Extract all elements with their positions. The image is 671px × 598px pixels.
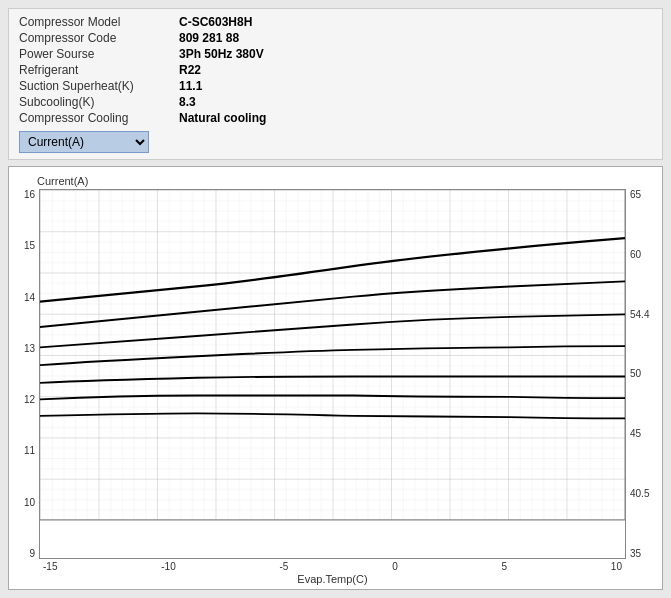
compressor-code-value: 809 281 88: [179, 31, 652, 45]
right-tick: 54.4: [630, 309, 649, 320]
x-tick: 0: [392, 561, 398, 572]
compressor-model-value: C-SC603H8H: [179, 15, 652, 29]
chart-y-label: Current(A): [37, 175, 654, 187]
compressor-cooling-label: Compressor Cooling: [19, 111, 179, 125]
y-tick: 9: [29, 548, 35, 559]
y-tick: 13: [24, 343, 35, 354]
y-tick: 11: [24, 445, 35, 456]
suction-superheat-label: Suction Superheat(K): [19, 79, 179, 93]
svg-rect-1: [40, 190, 625, 520]
right-tick: 50: [630, 368, 641, 379]
x-axis-row: -15-10-50510: [43, 559, 622, 572]
right-tick: 65: [630, 189, 641, 200]
chart-area: 161514131211109: [17, 189, 654, 559]
right-tick: 45: [630, 428, 641, 439]
y-tick: 12: [24, 394, 35, 405]
info-table: Compressor Model C-SC603H8H Compressor C…: [8, 8, 663, 160]
power-source-label: Power Sourse: [19, 47, 179, 61]
suction-superheat-value: 11.1: [179, 79, 652, 93]
compressor-cooling-value: Natural cooling: [179, 111, 652, 125]
x-tick: -5: [279, 561, 288, 572]
compressor-model-label: Compressor Model: [19, 15, 179, 29]
refrigerant-label: Refrigerant: [19, 63, 179, 77]
chart-container: Current(A) 161514131211109: [8, 166, 663, 590]
chart-inner: [39, 189, 626, 559]
refrigerant-value: R22: [179, 63, 652, 77]
x-tick: 5: [502, 561, 508, 572]
chart-type-dropdown[interactable]: Current(A) Power(W) COP: [19, 131, 149, 153]
right-tick: 60: [630, 249, 641, 260]
x-tick: -10: [161, 561, 175, 572]
x-axis-title: Evap.Temp(C): [43, 573, 622, 585]
y-axis: 161514131211109: [17, 189, 39, 559]
subcooling-label: Subcooling(K): [19, 95, 179, 109]
main-container: Compressor Model C-SC603H8H Compressor C…: [0, 0, 671, 598]
x-tick: -15: [43, 561, 57, 572]
x-tick: 10: [611, 561, 622, 572]
y-tick: 14: [24, 292, 35, 303]
compressor-code-label: Compressor Code: [19, 31, 179, 45]
right-axis: 656054.4504540.535: [626, 189, 654, 559]
right-tick: 40.5: [630, 488, 649, 499]
subcooling-value: 8.3: [179, 95, 652, 109]
x-axis-labels: -15-10-50510: [43, 561, 622, 572]
y-tick: 15: [24, 240, 35, 251]
right-tick: 35: [630, 548, 641, 559]
y-tick: 16: [24, 189, 35, 200]
power-source-value: 3Ph 50Hz 380V: [179, 47, 652, 61]
y-tick: 10: [24, 497, 35, 508]
